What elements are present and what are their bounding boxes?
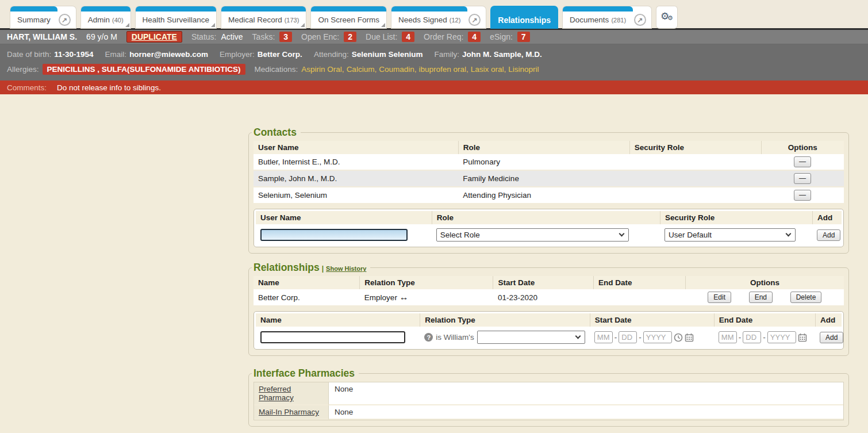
duplicate-badge[interactable]: DUPLICATE <box>126 31 182 43</box>
dob-value: 11-30-1954 <box>54 50 93 59</box>
show-history-link[interactable]: Show History <box>326 265 366 272</box>
preferred-pharmacy-value: None <box>329 382 843 405</box>
contact-role-select[interactable]: Select Role <box>436 228 629 242</box>
end-relationship-button[interactable]: End <box>749 292 773 303</box>
end-month-input[interactable] <box>719 331 737 343</box>
add-contact-header-security-role: Security Role <box>660 211 812 224</box>
pharmacies-title: Interface Pharmacies <box>254 367 355 379</box>
dropdown-fold-icon <box>211 23 215 27</box>
edit-relationship-button[interactable]: Edit <box>708 292 731 303</box>
dropdown-fold-icon <box>301 23 305 27</box>
employer-label: Employer: <box>220 50 255 59</box>
interface-pharmacies-section: Interface Pharmacies Preferred Pharmacy … <box>248 367 849 427</box>
tab-medical-record[interactable]: Medical Record (173) <box>221 6 306 28</box>
remove-contact-button[interactable]: — <box>794 190 811 201</box>
tab-relationships[interactable]: Relationships <box>491 6 558 28</box>
start-month-input[interactable] <box>594 331 613 343</box>
remove-contact-button[interactable]: — <box>794 173 811 184</box>
patient-age-sex: 69 y/o M <box>86 32 117 41</box>
add-contact-header-add: Add <box>812 211 842 224</box>
contacts-header-user-name: User Name <box>254 141 458 154</box>
preferred-pharmacy-link[interactable]: Preferred Pharmacy <box>259 385 294 402</box>
email-value: horner@mieweb.com <box>129 50 208 59</box>
add-contact-button[interactable]: Add <box>817 229 840 241</box>
table-row: Sample, John M., M.D. Family Medicine — <box>254 170 844 187</box>
due-list-count-badge[interactable]: 4 <box>402 32 414 42</box>
contact-role: Pulmonary <box>458 154 629 170</box>
attending-value: Selenium Selenium <box>352 50 423 59</box>
dropdown-fold-icon <box>381 23 385 27</box>
medication-item[interactable]: Coumadin <box>379 65 416 74</box>
add-relationship-header-add: Add <box>815 313 842 327</box>
contact-user-name-input[interactable] <box>260 229 408 241</box>
relationships-table: Name Relation Type Start Date End Date O… <box>254 276 844 306</box>
selected-option: User Default <box>669 231 712 239</box>
esign-count-badge[interactable]: 7 <box>517 32 530 42</box>
patient-name: HART, WILLIAM S. <box>7 32 77 41</box>
help-icon[interactable]: ? <box>424 333 433 342</box>
settings-button[interactable]: ⚙ ⚙ <box>656 6 677 28</box>
mail-in-pharmacy-value: None <box>329 405 843 420</box>
medication-item[interactable]: Aspirin Oral <box>301 65 344 74</box>
start-day-input[interactable] <box>619 331 637 343</box>
calendar-icon[interactable] <box>685 333 694 342</box>
status-value: Active <box>221 32 243 41</box>
relationship-name-input[interactable] <box>260 331 405 343</box>
add-contact-box: User Name Role Security Role Add Select … <box>254 209 844 247</box>
end-year-input[interactable] <box>767 331 796 343</box>
start-year-input[interactable] <box>643 331 672 343</box>
patient-header-bar: HART, WILLIAM S. 69 y/o M DUPLICATE Stat… <box>0 28 868 44</box>
date-separator: - <box>614 333 617 342</box>
documents-popout-button[interactable]: ↗ <box>633 6 651 28</box>
medication-item[interactable]: Lisinopril <box>508 65 539 74</box>
add-relationship-button[interactable]: Add <box>820 332 843 343</box>
calendar-icon[interactable] <box>798 333 807 342</box>
date-separator: - <box>639 333 642 342</box>
status-label: Status: <box>191 32 217 41</box>
needs-signed-popout-button[interactable]: ↗ <box>467 6 486 28</box>
tab-on-screen-forms[interactable]: On Screen Forms <box>311 6 386 28</box>
tab-summary[interactable]: Summary ↗ <box>10 6 76 28</box>
pharmacies-table: Preferred Pharmacy None Mail-In Pharmacy… <box>254 382 844 420</box>
attending-label: Attending: <box>314 50 349 59</box>
family-value: John M. Sample, M.D. <box>462 50 542 59</box>
tab-label: Documents <box>570 16 609 24</box>
tab-documents[interactable]: Documents (281) ↗ <box>563 6 651 28</box>
open-enc-label: Open Enc: <box>301 32 339 41</box>
delete-relationship-button[interactable]: Delete <box>790 292 822 303</box>
tasks-label: Tasks: <box>252 32 275 41</box>
main-content: Contacts User Name Role Security Role Op… <box>0 94 868 433</box>
medication-item[interactable]: ibuprofen oral <box>418 65 468 74</box>
contact-security-role-select[interactable]: User Default <box>665 228 796 242</box>
relationship-type: Employer <box>364 293 397 302</box>
tab-needs-signed[interactable]: Needs Signed (12) ↗ <box>391 6 486 28</box>
family-label: Family: <box>434 50 459 59</box>
relationships-title: Relationships <box>254 262 320 273</box>
open-enc-count-badge[interactable]: 2 <box>344 32 356 42</box>
medication-item[interactable]: Calcium <box>347 65 377 74</box>
clock-icon[interactable] <box>674 333 683 342</box>
end-day-input[interactable] <box>743 331 761 343</box>
tab-label: Summary <box>17 16 51 24</box>
remove-contact-button[interactable]: — <box>794 156 811 167</box>
contacts-header-options: Options <box>761 141 844 154</box>
chevron-down-icon <box>619 231 624 237</box>
contacts-table: User Name Role Security Role Options But… <box>254 141 844 204</box>
medication-item[interactable]: Lasix oral <box>471 65 506 74</box>
tab-health-surveillance[interactable]: Health Surveillance <box>136 6 216 28</box>
relation-hint-text: is William's <box>436 333 474 342</box>
tab-admin[interactable]: Admin (40) <box>81 6 130 28</box>
mail-in-pharmacy-link[interactable]: Mail-In Pharmacy <box>259 408 319 416</box>
tab-count: (281) <box>611 17 626 24</box>
tasks-count-badge[interactable]: 3 <box>279 32 292 42</box>
relation-type-select[interactable] <box>477 331 585 344</box>
relationships-header-relation-type: Relation Type <box>360 276 493 289</box>
chevron-down-icon <box>575 334 581 339</box>
add-contact-header-role: Role <box>432 211 660 224</box>
tab-count: (12) <box>450 17 461 24</box>
allergies-badge[interactable]: PENICILLINS , SULFA(SULFONAMIDE ANTIBIOT… <box>43 64 245 75</box>
summary-popout-button[interactable]: ↗ <box>57 6 76 28</box>
due-list-label: Due List: <box>366 32 397 41</box>
order-req-count-badge[interactable]: 4 <box>468 32 481 42</box>
employer-value: Better Corp. <box>258 50 302 59</box>
